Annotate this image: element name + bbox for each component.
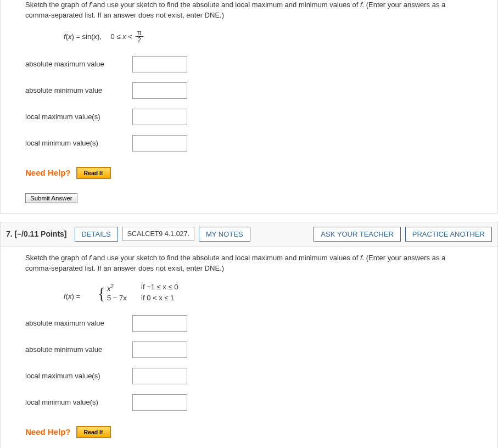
answer-row-locmin: local minimum value(s) [25, 394, 473, 411]
answer-row-locmin: local minimum value(s) [25, 135, 473, 152]
prompt-text: and use your sketch to find the absolute… [91, 254, 360, 262]
label-absmax: absolute maximum value [25, 319, 132, 327]
need-help-label: Need Help? [25, 168, 71, 177]
label-absmax: absolute maximum value [25, 60, 132, 68]
input-absmax[interactable] [132, 56, 187, 72]
input-absmax[interactable] [132, 315, 187, 332]
question-number: 7. [–/0.11 Points] [6, 229, 67, 238]
label-locmin: local minimum value(s) [25, 398, 132, 406]
need-help-label: Need Help? [25, 427, 71, 436]
question-prompt: Sketch the graph of f and use your sketc… [25, 253, 473, 274]
my-notes-button[interactable]: MY NOTES [199, 227, 250, 242]
practice-another-button[interactable]: PRACTICE ANOTHER [405, 227, 492, 242]
label-absmin: absolute minimum value [25, 86, 132, 94]
prompt-text: Sketch the graph of [25, 254, 89, 262]
read-it-button[interactable]: Read It [76, 426, 111, 438]
input-locmax[interactable] [132, 368, 187, 384]
submit-answer-button[interactable]: Submit Answer [25, 193, 77, 203]
prompt-text: Sketch the graph of [25, 1, 89, 9]
answer-row-locmax: local maximum value(s) [25, 109, 473, 125]
fraction: π2 [136, 30, 143, 44]
answer-row-absmax: absolute maximum value [25, 315, 473, 332]
piecewise: { x2 if −1 ≤ x ≤ 0 5 − 7x if 0 < x ≤ 1 [98, 283, 178, 303]
prompt-text: and use your sketch to find the absolute… [91, 1, 360, 9]
need-help-row: Need Help? Read It [25, 426, 473, 438]
need-help-row: Need Help? Read It [25, 167, 473, 179]
read-it-button[interactable]: Read It [76, 167, 111, 179]
question-7: 7. [–/0.11 Points] DETAILS SCALCET9 4.1.… [0, 222, 498, 448]
label-locmin: local minimum value(s) [25, 139, 132, 147]
answer-row-absmin: absolute minimum value [25, 82, 473, 99]
input-locmin[interactable] [132, 394, 187, 411]
answer-row-absmax: absolute maximum value [25, 56, 473, 72]
question-6: Sketch the graph of f and use your sketc… [0, 0, 498, 214]
label-absmin: absolute minimum value [25, 345, 132, 354]
question-header: 7. [–/0.11 Points] DETAILS SCALCET9 4.1.… [1, 222, 497, 247]
brace-icon: { [98, 285, 105, 300]
reference-label: SCALCET9 4.1.027. [122, 227, 194, 241]
answer-row-absmin: absolute minimum value [25, 341, 473, 358]
input-locmax[interactable] [132, 109, 187, 125]
answer-row-locmax: local maximum value(s) [25, 368, 473, 384]
input-absmin[interactable] [132, 82, 187, 99]
function-definition: f(x) = { x2 if −1 ≤ x ≤ 0 5 − 7x if 0 < … [64, 283, 473, 303]
function-definition: f(x) = sin(x), 0 ≤ x < π2 [64, 30, 473, 44]
ask-your-teacher-button[interactable]: ASK YOUR TEACHER [314, 227, 400, 242]
submit-area: Submit Answer [1, 193, 497, 213]
question-prompt: Sketch the graph of f and use your sketc… [25, 0, 473, 21]
input-locmin[interactable] [132, 135, 187, 152]
label-locmax: local maximum value(s) [25, 113, 132, 121]
label-locmax: local maximum value(s) [25, 372, 132, 380]
input-absmin[interactable] [132, 341, 187, 358]
details-button[interactable]: DETAILS [75, 227, 118, 242]
